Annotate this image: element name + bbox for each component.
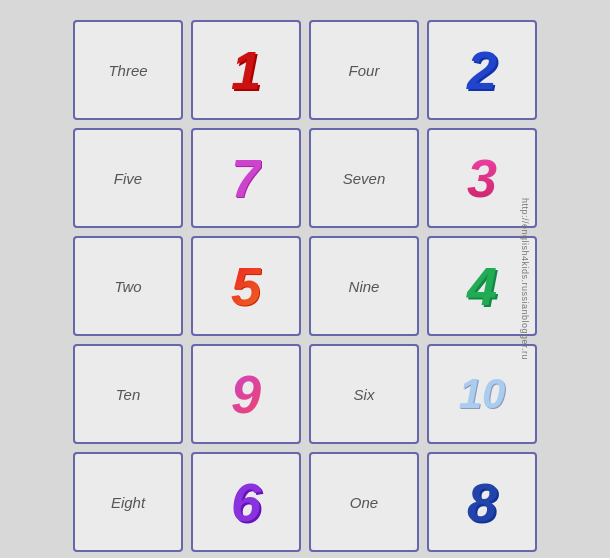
word-card-Six: Six [309,344,419,444]
word-card-Five: Five [73,128,183,228]
card-label: One [350,494,378,511]
number-card-5: 5 [191,236,301,336]
word-card-Three: Three [73,20,183,120]
number-card-1: 1 [191,20,301,120]
word-card-Ten: Ten [73,344,183,444]
card-label: Three [108,62,147,79]
number-card-7: 7 [191,128,301,228]
number-grid: Three1Four2Five7Seven3Two5Nine4Ten9Six10… [61,8,549,558]
card-digit: 10 [459,373,506,415]
card-digit: 7 [231,151,261,205]
card-digit: 6 [231,475,261,529]
card-label: Two [114,278,141,295]
word-card-Eight: Eight [73,452,183,552]
card-digit: 1 [231,43,261,97]
card-digit: 3 [467,151,497,205]
card-label: Eight [111,494,145,511]
number-card-8: 8 [427,452,537,552]
card-digit: 9 [231,367,261,421]
card-label: Five [114,170,142,187]
word-card-One: One [309,452,419,552]
card-label: Four [349,62,380,79]
card-digit: 5 [231,259,261,313]
card-label: Ten [116,386,140,403]
card-label: Nine [349,278,380,295]
number-card-2: 2 [427,20,537,120]
word-card-Nine: Nine [309,236,419,336]
word-card-Four: Four [309,20,419,120]
number-card-9: 9 [191,344,301,444]
card-digit: 8 [467,475,497,529]
card-label: Six [354,386,375,403]
card-label: Seven [343,170,386,187]
card-digit: 4 [467,259,497,313]
number-card-6: 6 [191,452,301,552]
word-card-Two: Two [73,236,183,336]
word-card-Seven: Seven [309,128,419,228]
watermark: http://english4kids.russianblogger.ru [520,198,530,360]
card-digit: 2 [467,43,497,97]
